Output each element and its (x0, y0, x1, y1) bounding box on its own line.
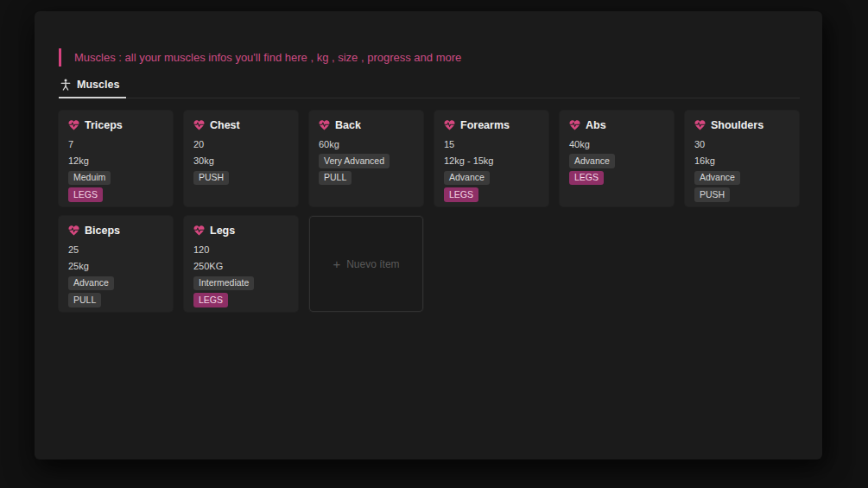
person-icon (60, 79, 71, 91)
card-title-label: Chest (210, 119, 240, 131)
card-title-label: Forearms (460, 119, 510, 131)
card-title-label: Legs (210, 225, 235, 237)
new-item-card[interactable]: + Nuevo ítem (309, 216, 423, 312)
card-title: Biceps (68, 223, 163, 238)
card-text-field: 25 (68, 241, 163, 258)
card-title-label: Abs (586, 119, 606, 131)
card-badge-gray: Very Advanced (319, 154, 390, 168)
card-text-field: 60kg (319, 136, 414, 153)
muscle-card[interactable]: Shoulders 3016kgAdvancePUSH (685, 111, 799, 206)
card-fields: 1512kg - 15kgAdvanceLEGS (444, 136, 539, 203)
card-tag-pink: LEGS (569, 171, 604, 186)
card-badge-row: PULL (68, 292, 163, 309)
card-title: Back (319, 117, 414, 133)
card-badge-gray: Intermediate (193, 276, 254, 291)
heart-pulse-icon (569, 120, 580, 130)
tab-muscles[interactable]: Muscles (59, 75, 126, 98)
card-text-field: 16kg (694, 153, 789, 170)
heart-pulse-icon (193, 225, 205, 236)
card-title: Legs (193, 223, 288, 238)
card-fields: 712kgMeduimLEGS (68, 136, 163, 203)
muscle-card[interactable]: Triceps 712kgMeduimLEGS (59, 111, 173, 206)
card-title-label: Biceps (85, 225, 120, 237)
card-title: Abs (569, 117, 664, 133)
card-badge-row: Meduim (68, 169, 163, 187)
card-badge-gray: PUSH (193, 171, 229, 186)
card-badge-row: Advance (569, 153, 664, 170)
card-fields: 40kgAdvanceLEGS (569, 136, 664, 187)
muscle-card[interactable]: Abs 40kgAdvanceLEGS (560, 111, 674, 206)
card-badge-row: LEGS (68, 187, 163, 204)
heart-pulse-icon (694, 120, 706, 130)
card-title-label: Shoulders (711, 119, 763, 131)
heart-pulse-icon (193, 120, 205, 130)
card-title-label: Back (335, 119, 361, 131)
muscle-card[interactable]: Chest 2030kgPUSH (184, 111, 298, 206)
muscle-card[interactable]: Back 60kgVery AdvancedPULL (309, 111, 423, 206)
card-fields: 60kgVery AdvancedPULL (319, 136, 414, 187)
card-badge-gray: Advance (569, 154, 615, 168)
heart-pulse-icon (444, 120, 455, 130)
plus-icon: + (333, 259, 340, 269)
card-text-field: 15 (444, 136, 539, 153)
view-tabs: Muscles (59, 75, 800, 98)
card-badge-gray: Advance (68, 276, 114, 291)
card-text-field: 40kg (569, 136, 664, 153)
card-badge-row: PUSH (193, 169, 288, 187)
card-text-field: 25kg (68, 258, 163, 276)
card-badge-gray: Meduim (68, 171, 111, 186)
card-title: Forearms (444, 117, 539, 133)
card-badge-row: LEGS (193, 292, 288, 309)
muscle-card[interactable]: Biceps 2525kgAdvancePULL (59, 216, 173, 312)
card-badge-row: LEGS (444, 187, 539, 204)
muscle-card[interactable]: Legs 120250KGIntermediateLEGS (184, 216, 298, 312)
card-badge-row: LEGS (569, 169, 664, 187)
heart-pulse-icon (319, 120, 330, 130)
card-text-field: 120 (193, 241, 288, 258)
card-text-field: 7 (68, 136, 163, 153)
card-badge-gray: Advance (694, 171, 740, 186)
card-fields: 2030kgPUSH (193, 136, 288, 187)
card-badge-gray: PUSH (694, 187, 730, 202)
card-tag-pink: LEGS (444, 187, 478, 202)
card-title: Chest (193, 117, 288, 133)
quote-text: Muscles : all your muscles infos you'll … (74, 51, 461, 64)
card-title: Shoulders (694, 117, 789, 133)
tab-muscles-label: Muscles (77, 79, 119, 91)
card-title-label: Triceps (85, 119, 123, 131)
card-badge-row: PUSH (694, 187, 789, 204)
new-item-label: Nuevo ítem (346, 258, 399, 270)
card-tag-pink: LEGS (193, 293, 228, 307)
card-badge-row: PULL (319, 169, 414, 187)
gallery-grid: Triceps 712kgMeduimLEGS Chest 2030kgPUSH… (59, 111, 800, 312)
card-badge-gray: Advance (444, 171, 490, 186)
card-text-field: 12kg - 15kg (444, 153, 539, 170)
notion-page-panel: Muscles : all your muscles infos you'll … (35, 11, 822, 459)
card-fields: 2525kgAdvancePULL (68, 241, 163, 308)
page-content: Muscles : all your muscles infos you'll … (35, 11, 822, 312)
card-badge-gray: PULL (68, 293, 101, 307)
card-text-field: 12kg (68, 153, 163, 170)
card-text-field: 30kg (193, 153, 288, 170)
card-badge-gray: PULL (319, 171, 352, 186)
heart-pulse-icon (68, 225, 79, 236)
card-fields: 120250KGIntermediateLEGS (193, 241, 288, 308)
muscle-card[interactable]: Forearms 1512kg - 15kgAdvanceLEGS (434, 111, 548, 206)
card-badge-row: Intermediate (193, 275, 288, 292)
card-badge-row: Very Advanced (319, 153, 414, 170)
card-title: Triceps (68, 117, 163, 133)
card-badge-row: Advance (444, 169, 539, 187)
card-fields: 3016kgAdvancePUSH (694, 136, 789, 203)
card-badge-row: Advance (694, 169, 789, 187)
card-text-field: 250KG (193, 258, 288, 276)
card-badge-row: Advance (68, 275, 163, 292)
card-text-field: 30 (694, 136, 789, 153)
heart-pulse-icon (68, 120, 79, 130)
card-tag-pink: LEGS (68, 187, 103, 202)
callout-quote: Muscles : all your muscles infos you'll … (59, 48, 800, 67)
card-text-field: 20 (193, 136, 288, 153)
